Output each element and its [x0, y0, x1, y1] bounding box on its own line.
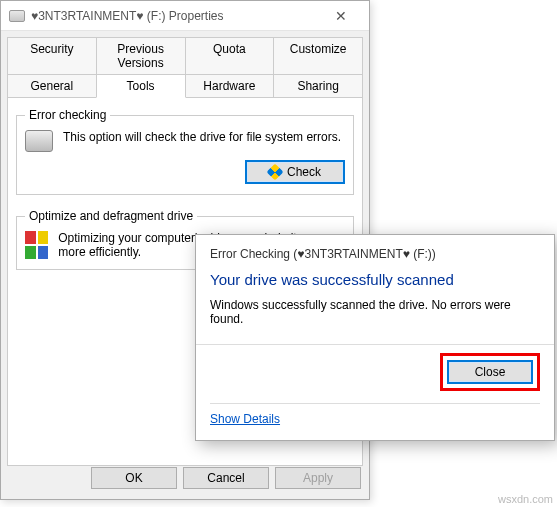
error-checking-dialog: Error Checking (♥3NT3RTAINMENT♥ (F:)) Yo… — [195, 234, 555, 441]
tab-hardware[interactable]: Hardware — [185, 74, 275, 98]
check-button-label: Check — [287, 165, 321, 179]
defrag-icon — [25, 231, 48, 259]
optimize-legend: Optimize and defragment drive — [25, 209, 197, 223]
dialog-title: Error Checking (♥3NT3RTAINMENT♥ (F:)) — [196, 235, 554, 263]
check-disk-icon — [25, 130, 53, 152]
check-button[interactable]: Check — [245, 160, 345, 184]
ok-button[interactable]: OK — [91, 467, 177, 489]
error-checking-group: Error checking This option will check th… — [16, 108, 354, 195]
titlebar[interactable]: ♥3NT3RTAINMENT♥ (F:) Properties ✕ — [1, 1, 369, 31]
close-button[interactable]: Close — [447, 360, 533, 384]
divider — [210, 403, 540, 404]
show-details-link[interactable]: Show Details — [210, 412, 280, 426]
watermark: wsxdn.com — [498, 493, 553, 505]
tab-previous-versions[interactable]: Previous Versions — [96, 37, 186, 75]
tab-security[interactable]: Security — [7, 37, 97, 75]
shield-icon — [266, 164, 283, 181]
tab-customize[interactable]: Customize — [273, 37, 363, 75]
apply-button: Apply — [275, 467, 361, 489]
error-checking-desc: This option will check the drive for fil… — [63, 130, 341, 144]
tab-tools[interactable]: Tools — [96, 74, 186, 98]
window-title: ♥3NT3RTAINMENT♥ (F:) Properties — [31, 9, 321, 23]
dialog-message: Windows successfully scanned the drive. … — [196, 294, 554, 336]
tab-row-2: General Tools Hardware Sharing — [7, 74, 363, 98]
dialog-headline: Your drive was successfully scanned — [196, 263, 554, 294]
close-highlight: Close — [440, 353, 540, 391]
close-icon[interactable]: ✕ — [321, 8, 361, 24]
tab-row-1: Security Previous Versions Quota Customi… — [7, 37, 363, 75]
error-checking-legend: Error checking — [25, 108, 110, 122]
divider — [196, 344, 554, 345]
tab-quota[interactable]: Quota — [185, 37, 275, 75]
cancel-button[interactable]: Cancel — [183, 467, 269, 489]
drive-icon — [9, 10, 25, 22]
tab-general[interactable]: General — [7, 74, 97, 98]
tab-sharing[interactable]: Sharing — [273, 74, 363, 98]
properties-footer: OK Cancel Apply — [1, 467, 369, 489]
